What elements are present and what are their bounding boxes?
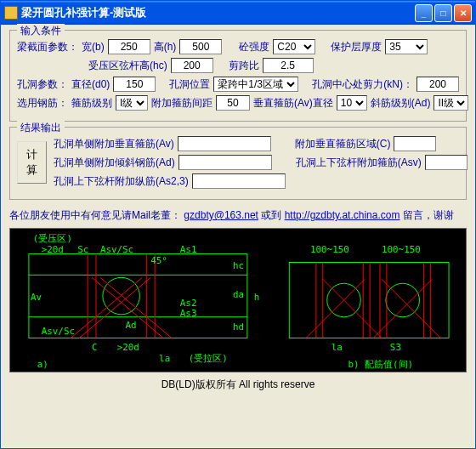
diag-class-select[interactable]: II级: [434, 95, 468, 111]
d-as3: As3: [180, 308, 197, 319]
d-20d-1: >20d: [42, 244, 64, 255]
rebar-select-label: 选用钢筋：: [17, 96, 68, 111]
asv-output: [425, 155, 468, 170]
maximize-button[interactable]: □: [434, 4, 452, 22]
window-title: 梁开圆孔补强计算-测试版: [21, 5, 415, 20]
msg-prefix: 各位朋友使用中有何意见请Mail老董：: [9, 209, 181, 221]
svg-line-24: [323, 279, 382, 338]
hc-label: 受压区弦杆高(hc): [88, 59, 167, 73]
msg-suffix: 留言，谢谢: [403, 209, 454, 221]
d-asvsc: Asv/Sc: [100, 244, 133, 255]
d-la: la: [159, 353, 170, 364]
titlebar: 梁开圆孔补强计算-测试版 _ □ ✕: [1, 1, 475, 25]
vert-stirrup-select[interactable]: 10: [337, 95, 367, 111]
d-da: da: [233, 289, 244, 300]
d-b: b) 配筋值(间): [348, 359, 413, 370]
d-hd: hd: [233, 321, 244, 332]
width-label: 宽(b): [82, 40, 105, 54]
height-label: 高(h): [154, 40, 177, 54]
hole-pos-label: 孔洞位置: [169, 77, 210, 92]
height-input[interactable]: [179, 39, 222, 54]
av-label: 孔洞单侧附加垂直箍筋(Av): [54, 137, 174, 151]
d-s3: S3: [390, 342, 401, 353]
d-tension: (受拉区): [189, 353, 228, 364]
svg-line-26: [382, 279, 440, 338]
message-row: 各位朋友使用中有何意见请Mail老董： gzdbty@163.net 或到 ht…: [9, 205, 467, 226]
hc-input[interactable]: [171, 58, 213, 73]
hole-pos-select[interactable]: 梁跨中1/3区域: [213, 77, 298, 92]
input-legend: 输入条件: [17, 24, 65, 38]
app-icon: [4, 6, 18, 20]
minimize-button[interactable]: _: [415, 4, 433, 22]
email-link[interactable]: gzdbty@163.net: [184, 209, 258, 221]
output-fieldset: 结果输出 计 算 孔洞单侧附加垂直箍筋(Av) 附加垂直箍筋区域(C) 孔洞单侧…: [9, 127, 467, 200]
d-h: h: [254, 292, 260, 303]
width-input[interactable]: [108, 39, 150, 54]
d-20d-2: >20d: [117, 342, 139, 353]
d-asvsc2: Asv/Sc: [42, 326, 75, 337]
c-label: 附加垂直箍筋区域(C): [295, 137, 391, 151]
vert-stirrup-label: 垂直箍筋(Av)直径: [253, 96, 333, 111]
as23-label: 孔洞上下弦杆附加纵筋(As2,3): [54, 174, 189, 189]
d-la2: la: [332, 342, 343, 353]
stirrup-class-select[interactable]: I级: [116, 95, 148, 111]
diag-class-label: 斜筋级别(Ad): [371, 96, 431, 111]
shear-force-label: 孔洞中心处剪力(kN)：: [312, 77, 413, 92]
ad-label: 孔洞单侧附加倾斜钢筋(Ad): [54, 156, 175, 170]
shear-span-label: 剪跨比: [229, 59, 259, 73]
add-stirrup-input[interactable]: [216, 95, 250, 111]
cover-select[interactable]: 35: [385, 39, 428, 54]
calculate-button[interactable]: 计 算: [17, 141, 47, 184]
shear-span-input[interactable]: [263, 58, 314, 73]
d-ad: Ad: [126, 320, 137, 331]
d-hc: hc: [233, 260, 244, 271]
svg-rect-12: [289, 263, 449, 338]
concrete-select[interactable]: C20: [273, 39, 315, 54]
svg-line-9: [79, 277, 150, 338]
shear-force-input[interactable]: [416, 77, 459, 92]
cover-label: 保护层厚度: [331, 40, 382, 54]
diagram-area: (受压区) >20d Sc Asv/Sc 45° As1 As2 As3 Av …: [9, 228, 467, 372]
d-range2: 100~150: [382, 244, 421, 255]
input-fieldset: 输入条件 梁截面参数： 宽(b) 高(h) 砼强度 C20 保护层厚度 35 受…: [9, 30, 467, 122]
d-range1: 100~150: [310, 244, 349, 255]
diameter-input[interactable]: [113, 77, 156, 92]
as23-output: [192, 173, 286, 189]
hole-params-label: 孔洞参数：: [17, 77, 68, 92]
output-legend: 结果输出: [17, 121, 65, 135]
ad-output: [178, 155, 272, 170]
d-compress: (受压区): [33, 233, 72, 244]
close-button[interactable]: ✕: [454, 4, 472, 22]
d-av: Av: [31, 292, 42, 303]
url-link[interactable]: http://gzdbty.at.china.com: [285, 209, 400, 221]
stirrup-class-label: 箍筋级别: [71, 96, 112, 111]
footer-text: DB(LD)版权所有 All rights reserve: [9, 374, 467, 395]
concrete-label: 砼强度: [239, 40, 269, 54]
beam-params-label: 梁截面参数：: [17, 40, 78, 54]
svg-line-23: [306, 279, 365, 338]
d-45: 45°: [150, 256, 167, 267]
add-stirrup-label: 附加箍筋间距: [151, 96, 212, 111]
d-as1: As1: [180, 244, 197, 255]
svg-point-3: [103, 277, 139, 314]
d-a: a): [37, 359, 48, 370]
msg-mid: 或到: [261, 209, 281, 221]
asv-label: 孔洞上下弦杆附加箍筋(Asv): [296, 156, 422, 170]
diameter-label: 直径(d0): [71, 77, 110, 92]
c-output: [394, 136, 436, 151]
d-c: C: [92, 342, 98, 353]
d-sc: Sc: [77, 244, 88, 255]
av-output: [178, 136, 271, 151]
